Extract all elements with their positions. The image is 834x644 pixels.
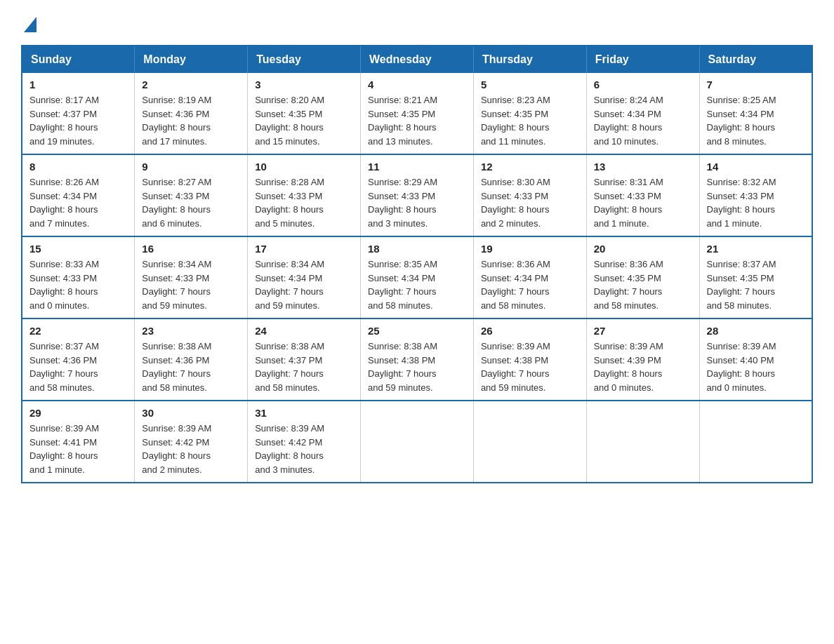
day-number: 11 xyxy=(368,161,466,173)
day-info: Sunrise: 8:39 AMSunset: 4:38 PMDaylight:… xyxy=(481,341,550,393)
day-info: Sunrise: 8:35 AMSunset: 4:34 PMDaylight:… xyxy=(368,259,437,311)
calendar-day-cell: 26 Sunrise: 8:39 AMSunset: 4:38 PMDaylig… xyxy=(473,318,586,401)
day-number: 1 xyxy=(29,79,127,90)
logo xyxy=(21,14,37,31)
calendar-day-cell: 17 Sunrise: 8:34 AMSunset: 4:34 PMDaylig… xyxy=(248,236,361,318)
day-number: 9 xyxy=(142,161,240,173)
day-number: 20 xyxy=(594,243,692,255)
calendar-day-cell: 23 Sunrise: 8:38 AMSunset: 4:36 PMDaylig… xyxy=(135,318,248,401)
day-info: Sunrise: 8:28 AMSunset: 4:33 PMDaylight:… xyxy=(255,177,324,229)
day-info: Sunrise: 8:27 AMSunset: 4:33 PMDaylight:… xyxy=(142,177,211,229)
day-info: Sunrise: 8:34 AMSunset: 4:33 PMDaylight:… xyxy=(142,259,211,311)
calendar-day-cell: 8 Sunrise: 8:26 AMSunset: 4:34 PMDayligh… xyxy=(22,154,135,236)
day-of-week-header: Friday xyxy=(586,46,699,73)
day-number: 21 xyxy=(707,243,805,255)
day-of-week-header: Wednesday xyxy=(361,46,474,73)
calendar-day-cell: 15 Sunrise: 8:33 AMSunset: 4:33 PMDaylig… xyxy=(22,236,135,318)
calendar-day-cell: 25 Sunrise: 8:38 AMSunset: 4:38 PMDaylig… xyxy=(361,318,474,401)
day-info: Sunrise: 8:23 AMSunset: 4:35 PMDaylight:… xyxy=(481,95,550,147)
calendar-day-cell: 29 Sunrise: 8:39 AMSunset: 4:41 PMDaylig… xyxy=(22,401,135,483)
calendar-day-cell: 6 Sunrise: 8:24 AMSunset: 4:34 PMDayligh… xyxy=(586,73,699,154)
day-number: 2 xyxy=(142,79,240,90)
day-of-week-header: Monday xyxy=(135,46,248,73)
calendar-day-cell: 16 Sunrise: 8:34 AMSunset: 4:33 PMDaylig… xyxy=(135,236,248,318)
day-info: Sunrise: 8:39 AMSunset: 4:41 PMDaylight:… xyxy=(29,423,99,475)
day-info: Sunrise: 8:20 AMSunset: 4:35 PMDaylight:… xyxy=(255,95,324,147)
calendar-day-cell xyxy=(473,401,586,483)
calendar-day-cell: 30 Sunrise: 8:39 AMSunset: 4:42 PMDaylig… xyxy=(135,401,248,483)
day-info: Sunrise: 8:38 AMSunset: 4:37 PMDaylight:… xyxy=(255,341,324,393)
day-info: Sunrise: 8:31 AMSunset: 4:33 PMDaylight:… xyxy=(594,177,663,229)
day-number: 3 xyxy=(255,79,353,90)
day-of-week-header: Thursday xyxy=(473,46,586,73)
day-info: Sunrise: 8:39 AMSunset: 4:39 PMDaylight:… xyxy=(594,341,663,393)
day-info: Sunrise: 8:34 AMSunset: 4:34 PMDaylight:… xyxy=(255,259,324,311)
day-number: 27 xyxy=(594,325,692,337)
day-number: 26 xyxy=(481,325,579,337)
day-info: Sunrise: 8:25 AMSunset: 4:34 PMDaylight:… xyxy=(707,95,776,147)
calendar-day-cell: 7 Sunrise: 8:25 AMSunset: 4:34 PMDayligh… xyxy=(699,73,812,154)
calendar-day-cell xyxy=(361,401,474,483)
day-of-week-header: Tuesday xyxy=(248,46,361,73)
calendar-week-row: 22 Sunrise: 8:37 AMSunset: 4:36 PMDaylig… xyxy=(22,318,812,401)
calendar-day-cell: 14 Sunrise: 8:32 AMSunset: 4:33 PMDaylig… xyxy=(699,154,812,236)
calendar-day-cell: 10 Sunrise: 8:28 AMSunset: 4:33 PMDaylig… xyxy=(248,154,361,236)
calendar-day-cell: 31 Sunrise: 8:39 AMSunset: 4:42 PMDaylig… xyxy=(248,401,361,483)
day-info: Sunrise: 8:37 AMSunset: 4:36 PMDaylight:… xyxy=(29,341,99,393)
day-info: Sunrise: 8:38 AMSunset: 4:36 PMDaylight:… xyxy=(142,341,211,393)
calendar-week-row: 15 Sunrise: 8:33 AMSunset: 4:33 PMDaylig… xyxy=(22,236,812,318)
logo-triangle-icon xyxy=(24,17,37,32)
day-number: 31 xyxy=(255,407,353,419)
day-number: 15 xyxy=(29,243,127,255)
calendar-day-cell: 18 Sunrise: 8:35 AMSunset: 4:34 PMDaylig… xyxy=(361,236,474,318)
calendar-day-cell: 22 Sunrise: 8:37 AMSunset: 4:36 PMDaylig… xyxy=(22,318,135,401)
day-number: 7 xyxy=(707,79,805,90)
calendar-header-row: SundayMondayTuesdayWednesdayThursdayFrid… xyxy=(22,46,812,73)
day-number: 25 xyxy=(368,325,466,337)
day-of-week-header: Sunday xyxy=(22,46,135,73)
calendar-day-cell: 12 Sunrise: 8:30 AMSunset: 4:33 PMDaylig… xyxy=(473,154,586,236)
day-info: Sunrise: 8:21 AMSunset: 4:35 PMDaylight:… xyxy=(368,95,437,147)
calendar-day-cell xyxy=(699,401,812,483)
day-info: Sunrise: 8:36 AMSunset: 4:34 PMDaylight:… xyxy=(481,259,550,311)
day-info: Sunrise: 8:38 AMSunset: 4:38 PMDaylight:… xyxy=(368,341,437,393)
day-number: 17 xyxy=(255,243,353,255)
calendar-day-cell: 19 Sunrise: 8:36 AMSunset: 4:34 PMDaylig… xyxy=(473,236,586,318)
day-number: 16 xyxy=(142,243,240,255)
day-number: 22 xyxy=(29,325,127,337)
day-info: Sunrise: 8:33 AMSunset: 4:33 PMDaylight:… xyxy=(29,259,99,311)
calendar-day-cell: 5 Sunrise: 8:23 AMSunset: 4:35 PMDayligh… xyxy=(473,73,586,154)
calendar-day-cell: 21 Sunrise: 8:37 AMSunset: 4:35 PMDaylig… xyxy=(699,236,812,318)
calendar-day-cell: 28 Sunrise: 8:39 AMSunset: 4:40 PMDaylig… xyxy=(699,318,812,401)
calendar-week-row: 8 Sunrise: 8:26 AMSunset: 4:34 PMDayligh… xyxy=(22,154,812,236)
day-info: Sunrise: 8:29 AMSunset: 4:33 PMDaylight:… xyxy=(368,177,437,229)
day-number: 23 xyxy=(142,325,240,337)
day-number: 18 xyxy=(368,243,466,255)
calendar-table: SundayMondayTuesdayWednesdayThursdayFrid… xyxy=(21,45,813,483)
page-header xyxy=(21,14,813,31)
day-number: 29 xyxy=(29,407,127,419)
calendar-week-row: 29 Sunrise: 8:39 AMSunset: 4:41 PMDaylig… xyxy=(22,401,812,483)
calendar-day-cell: 4 Sunrise: 8:21 AMSunset: 4:35 PMDayligh… xyxy=(361,73,474,154)
day-info: Sunrise: 8:19 AMSunset: 4:36 PMDaylight:… xyxy=(142,95,211,147)
day-number: 14 xyxy=(707,161,805,173)
day-info: Sunrise: 8:39 AMSunset: 4:40 PMDaylight:… xyxy=(707,341,776,393)
calendar-day-cell: 11 Sunrise: 8:29 AMSunset: 4:33 PMDaylig… xyxy=(361,154,474,236)
day-info: Sunrise: 8:32 AMSunset: 4:33 PMDaylight:… xyxy=(707,177,776,229)
calendar-day-cell: 9 Sunrise: 8:27 AMSunset: 4:33 PMDayligh… xyxy=(135,154,248,236)
calendar-day-cell xyxy=(586,401,699,483)
calendar-day-cell: 13 Sunrise: 8:31 AMSunset: 4:33 PMDaylig… xyxy=(586,154,699,236)
day-number: 4 xyxy=(368,79,466,90)
day-number: 10 xyxy=(255,161,353,173)
day-info: Sunrise: 8:39 AMSunset: 4:42 PMDaylight:… xyxy=(255,423,324,475)
day-info: Sunrise: 8:30 AMSunset: 4:33 PMDaylight:… xyxy=(481,177,550,229)
calendar-day-cell: 3 Sunrise: 8:20 AMSunset: 4:35 PMDayligh… xyxy=(248,73,361,154)
day-number: 19 xyxy=(481,243,579,255)
calendar-day-cell: 2 Sunrise: 8:19 AMSunset: 4:36 PMDayligh… xyxy=(135,73,248,154)
day-info: Sunrise: 8:24 AMSunset: 4:34 PMDaylight:… xyxy=(594,95,663,147)
calendar-day-cell: 27 Sunrise: 8:39 AMSunset: 4:39 PMDaylig… xyxy=(586,318,699,401)
day-number: 28 xyxy=(707,325,805,337)
day-info: Sunrise: 8:37 AMSunset: 4:35 PMDaylight:… xyxy=(707,259,776,311)
day-number: 12 xyxy=(481,161,579,173)
day-info: Sunrise: 8:39 AMSunset: 4:42 PMDaylight:… xyxy=(142,423,211,475)
